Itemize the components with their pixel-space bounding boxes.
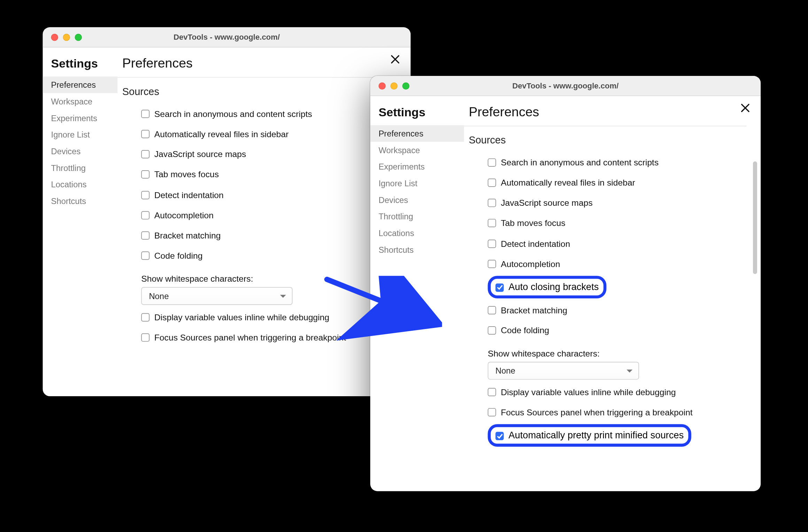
fullscreen-window-button[interactable]	[75, 33, 82, 40]
chevron-down-icon	[280, 295, 286, 298]
preference-checkbox[interactable]	[141, 211, 149, 219]
preference-label: Search in anonymous and content scripts	[154, 109, 312, 119]
preference-checkbox[interactable]	[488, 219, 496, 227]
preference-row: Autocompletion	[141, 205, 396, 225]
preference-row: Tab moves focus	[488, 213, 746, 233]
titlebar[interactable]: DevTools - www.google.com/	[43, 27, 411, 47]
minimize-window-button[interactable]	[63, 33, 70, 40]
sidebar-item-throttling[interactable]: Throttling	[370, 208, 464, 225]
preference-label: Tab moves focus	[154, 169, 219, 180]
preference-checkbox[interactable]	[488, 306, 496, 314]
preference-label: Detect indentation	[154, 189, 224, 200]
preference-label: Detect indentation	[501, 238, 570, 249]
titlebar[interactable]: DevTools - www.google.com/	[370, 76, 761, 96]
sidebar-item-shortcuts[interactable]: Shortcuts	[370, 241, 464, 258]
preference-label: Display variable values inline while deb…	[501, 387, 676, 398]
scrollbar-thumb[interactable]	[753, 161, 757, 274]
preference-label: Bracket matching	[154, 230, 221, 241]
sidebar-item-shortcuts[interactable]: Shortcuts	[43, 193, 118, 210]
sidebar-item-devices[interactable]: Devices	[370, 191, 464, 208]
sidebar-item-locations[interactable]: Locations	[370, 225, 464, 242]
devtools-window-after: DevTools - www.google.com/ Settings Pref…	[370, 76, 761, 491]
preference-label: Code folding	[501, 325, 549, 336]
settings-heading: Settings	[370, 103, 464, 125]
preference-label: Automatically pretty print minified sour…	[508, 430, 684, 441]
sidebar-item-throttling[interactable]: Throttling	[43, 159, 118, 176]
preference-label: Autocompletion	[154, 210, 213, 220]
preference-checkbox[interactable]	[488, 199, 496, 207]
traffic-lights	[43, 33, 82, 40]
sidebar-item-devices[interactable]: Devices	[43, 143, 118, 160]
preference-checkbox[interactable]	[488, 158, 496, 167]
preference-checkbox[interactable]	[488, 408, 496, 416]
preference-label: Focus Sources panel when triggering a br…	[154, 332, 346, 343]
preference-label: Auto closing brackets	[508, 282, 599, 292]
highlight-annotation: Auto closing brackets	[488, 276, 606, 298]
preference-row: Automatically reveal files in sidebar	[141, 124, 396, 144]
preference-label: Automatically reveal files in sidebar	[501, 178, 635, 188]
preference-checkbox[interactable]	[496, 432, 504, 440]
traffic-lights	[370, 82, 409, 89]
minimize-window-button[interactable]	[390, 82, 397, 89]
preference-checkbox[interactable]	[488, 179, 496, 187]
preference-label: Tab moves focus	[501, 218, 565, 229]
preference-checkbox[interactable]	[141, 231, 149, 240]
window-title: DevTools - www.google.com/	[43, 33, 411, 42]
whitespace-select-value: None	[149, 291, 169, 301]
sidebar-item-workspace[interactable]: Workspace	[43, 93, 118, 110]
sidebar-item-experiments[interactable]: Experiments	[370, 158, 464, 175]
sidebar-item-ignore-list[interactable]: Ignore List	[370, 175, 464, 192]
preference-label: Autocompletion	[501, 258, 560, 269]
preference-checkbox[interactable]	[141, 171, 149, 179]
settings-sidebar: Settings PreferencesWorkspaceExperiments…	[370, 96, 464, 491]
preference-checkbox[interactable]	[141, 313, 149, 322]
preference-checkbox[interactable]	[141, 334, 149, 342]
preference-checkbox[interactable]	[141, 191, 149, 199]
preference-row: Automatically reveal files in sidebar	[488, 173, 746, 193]
whitespace-select[interactable]: None	[141, 287, 292, 305]
preference-checkbox[interactable]	[488, 326, 496, 335]
preference-label: Focus Sources panel when triggering a br…	[501, 407, 693, 418]
preference-label: JavaScript source maps	[501, 198, 593, 209]
settings-sidebar: Settings PreferencesWorkspaceExperiments…	[43, 47, 118, 396]
settings-heading: Settings	[43, 55, 118, 77]
window-title: DevTools - www.google.com/	[370, 81, 761, 90]
page-title: Preferences	[464, 102, 746, 126]
sidebar-item-preferences[interactable]: Preferences	[43, 77, 118, 93]
devtools-window-before: DevTools - www.google.com/ Settings Pref…	[43, 27, 411, 396]
sidebar-item-preferences[interactable]: Preferences	[370, 125, 464, 142]
preference-checkbox[interactable]	[496, 283, 504, 292]
whitespace-select-value: None	[496, 366, 515, 375]
preference-row: Detect indentation	[488, 233, 746, 253]
preference-checkbox[interactable]	[141, 150, 149, 158]
highlight-annotation: Automatically pretty print minified sour…	[488, 424, 691, 447]
preference-label: Code folding	[154, 250, 203, 261]
sidebar-item-workspace[interactable]: Workspace	[370, 142, 464, 158]
chevron-down-icon	[627, 369, 632, 373]
whitespace-label: Show whitespace characters:	[141, 268, 396, 287]
preference-row: Focus Sources panel when triggering a br…	[488, 402, 746, 422]
sidebar-item-ignore-list[interactable]: Ignore List	[43, 126, 118, 143]
preference-row: Search in anonymous and content scripts	[488, 152, 746, 173]
section-title-sources: Sources	[117, 78, 396, 101]
preference-row: Focus Sources panel when triggering a br…	[141, 328, 396, 348]
sidebar-item-locations[interactable]: Locations	[43, 176, 118, 193]
preference-checkbox[interactable]	[141, 130, 149, 138]
section-title-sources: Sources	[464, 126, 746, 150]
preference-row: Code folding	[488, 320, 746, 341]
sidebar-item-experiments[interactable]: Experiments	[43, 110, 118, 126]
close-window-button[interactable]	[51, 33, 58, 40]
preference-checkbox[interactable]	[141, 110, 149, 118]
preference-row: Search in anonymous and content scripts	[141, 104, 396, 124]
preference-checkbox[interactable]	[488, 260, 496, 268]
fullscreen-window-button[interactable]	[402, 82, 409, 89]
preference-row: Bracket matching	[488, 300, 746, 320]
close-window-button[interactable]	[379, 82, 386, 89]
preference-checkbox[interactable]	[488, 239, 496, 248]
preference-label: Display variable values inline while deb…	[154, 312, 329, 323]
whitespace-select[interactable]: None	[488, 362, 639, 380]
preference-checkbox[interactable]	[488, 388, 496, 396]
preference-checkbox[interactable]	[141, 251, 149, 260]
preference-label: JavaScript source maps	[154, 149, 246, 160]
preference-row: Detect indentation	[141, 185, 396, 205]
